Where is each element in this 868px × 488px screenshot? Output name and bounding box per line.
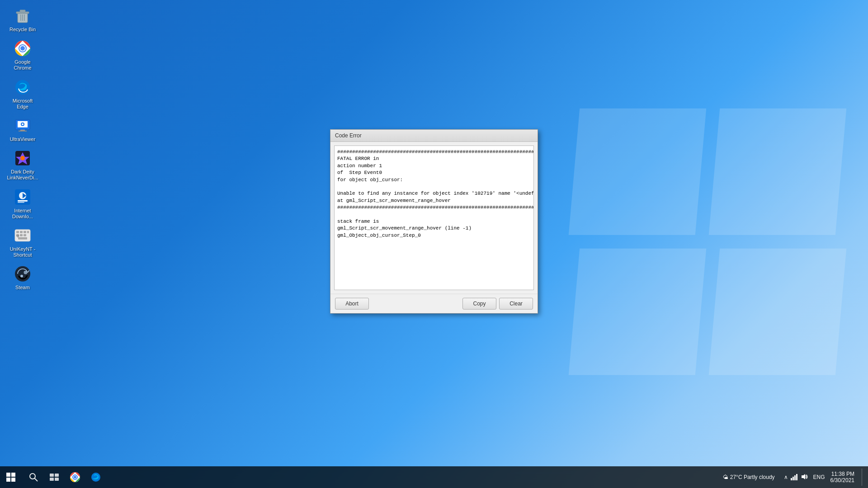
dialog-title: Code Error — [335, 132, 362, 139]
network-icon[interactable] — [791, 473, 798, 482]
dialog-footer: Abort Copy Clear — [330, 294, 538, 313]
weather-text: 27°C Partly cloudy — [730, 474, 775, 480]
taskbar-time: 11:38 PM — [831, 471, 854, 477]
volume-icon[interactable] — [801, 473, 808, 482]
taskbar-edge-icon[interactable] — [86, 467, 106, 487]
svg-marker-53 — [802, 474, 805, 479]
copy-button[interactable]: Copy — [462, 298, 496, 310]
svg-rect-41 — [55, 474, 59, 477]
taskbar-clock[interactable]: 11:38 PM 6/30/2021 — [827, 471, 858, 483]
windows-start-icon — [6, 473, 15, 482]
svg-point-47 — [74, 476, 76, 479]
start-button[interactable] — [0, 466, 22, 488]
svg-rect-42 — [50, 478, 54, 481]
weather-icon: 🌤 — [723, 474, 728, 480]
taskbar: 🌤 27°C Partly cloudy ∧ — [0, 466, 868, 488]
taskbar-language[interactable]: ENG — [813, 474, 825, 480]
svg-rect-49 — [791, 478, 792, 480]
svg-line-39 — [35, 479, 38, 482]
abort-button[interactable]: Abort — [335, 298, 369, 310]
clear-button[interactable]: Clear — [499, 298, 533, 310]
dialog-body — [330, 142, 538, 294]
code-error-dialog: Code Error Abort Copy Clear — [330, 129, 538, 314]
taskbar-pinned-icons — [22, 467, 108, 487]
svg-rect-51 — [794, 475, 796, 480]
svg-rect-52 — [796, 474, 797, 480]
dialog-titlebar: Code Error — [330, 130, 538, 142]
taskbar-right-tray: 🌤 27°C Partly cloudy ∧ — [719, 469, 868, 486]
dialog-overlay: Code Error Abort Copy Clear — [0, 0, 868, 488]
show-desktop-button[interactable] — [862, 469, 863, 486]
show-hidden-icons-button[interactable]: ∧ — [784, 474, 788, 480]
svg-rect-50 — [793, 477, 794, 480]
svg-rect-43 — [55, 478, 59, 481]
dialog-footer-right: Copy Clear — [462, 298, 533, 310]
taskbar-date: 6/30/2021 — [830, 477, 854, 483]
svg-point-48 — [91, 473, 100, 482]
taskbar-chrome-icon[interactable] — [65, 467, 85, 487]
svg-rect-40 — [50, 474, 54, 477]
desktop: Recycle Bin Google Chrome — [0, 0, 868, 488]
svg-point-38 — [30, 474, 35, 479]
system-tray-icons: ∧ — [780, 473, 811, 482]
taskbar-task-view-button[interactable] — [44, 467, 64, 487]
error-textarea[interactable] — [334, 145, 534, 290]
taskbar-weather[interactable]: 🌤 27°C Partly cloudy — [719, 474, 778, 480]
taskbar-search-button[interactable] — [24, 467, 43, 487]
